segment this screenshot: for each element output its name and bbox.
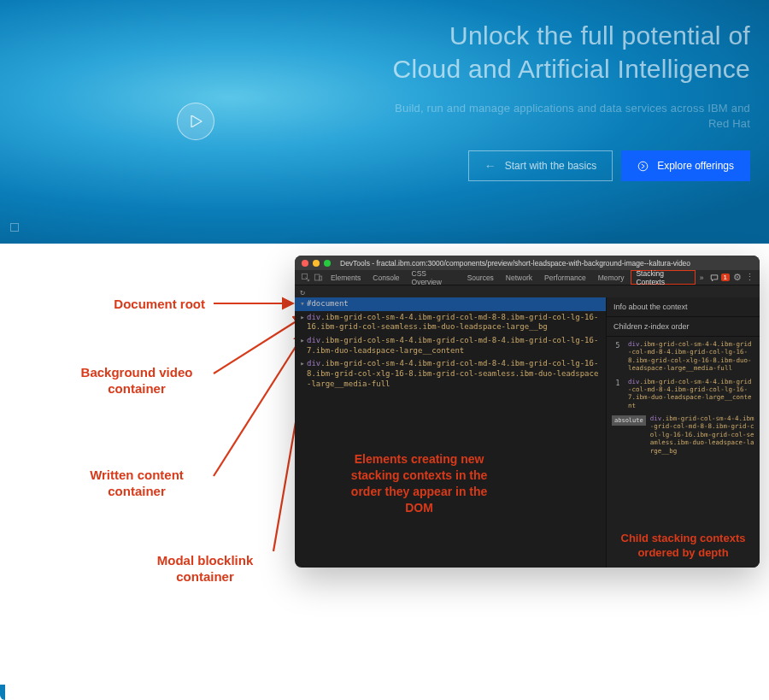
tree-node-label: div.ibm-grid-col-sm-4-4.ibm-grid-col-md-…: [307, 313, 602, 332]
children-title: Children z-index order: [607, 317, 760, 337]
tree-node-media[interactable]: ▸ div.ibm-grid-col-sm-4-4.ibm-grid-col-m…: [295, 357, 606, 391]
minimize-icon[interactable]: [313, 260, 320, 267]
svg-line-3: [214, 333, 304, 476]
tab-css-overview[interactable]: CSS Overview: [407, 270, 461, 285]
zindex-chip: absolute: [612, 415, 646, 426]
context-child[interactable]: absolute div.ibm-grid-col-sm-4-4.ibm-gri…: [612, 415, 754, 455]
hero-ctas: ← Start with the basics Explore offering…: [391, 150, 750, 181]
context-child-label: div.ibm-grid-col-sm-4-4.ibm-grid-col-md-…: [628, 340, 754, 373]
context-child-label: div.ibm-grid-col-sm-4-4.ibm-grid-col-md-…: [650, 415, 754, 455]
tab-memory[interactable]: Memory: [593, 270, 630, 285]
annotation-written-content: Written content container: [68, 468, 205, 500]
zindex-chip: 1: [612, 379, 624, 389]
devtools-title: DevTools - fractal.ibm.com:3000/componen…: [340, 259, 690, 268]
issues-button[interactable]: 1: [710, 274, 730, 282]
devtools-subtoolbar: ↻: [295, 285, 760, 297]
cta-start-basics[interactable]: ← Start with the basics: [468, 150, 613, 181]
tab-stacking-contexts[interactable]: Stacking Contexts: [631, 270, 695, 285]
play-button[interactable]: [177, 103, 214, 140]
devtools-body: ▾ #document ▸ div.ibm-grid-col-sm-4-4.ib…: [295, 297, 760, 568]
hero-leadspace: Unlock the full potential of Cloud and A…: [0, 0, 769, 244]
kebab-icon[interactable]: ⋮: [745, 272, 754, 283]
chevron-down-icon[interactable]: ▾: [298, 299, 307, 309]
corner-mark-icon: [10, 223, 19, 232]
svg-rect-6: [314, 274, 320, 280]
zindex-chip: 5: [612, 341, 624, 351]
annotated-area: Document root Background video container…: [0, 244, 769, 700]
play-icon: [191, 115, 203, 127]
chevron-right-icon[interactable]: ▸: [298, 359, 307, 369]
tabs-overflow[interactable]: »: [697, 270, 707, 285]
tab-performance[interactable]: Performance: [539, 270, 591, 285]
annotation-modal-blocklink: Modal blocklink container: [137, 553, 273, 585]
issues-count: 1: [721, 274, 730, 281]
stacking-tree-pane: ▾ #document ▸ div.ibm-grid-col-sm-4-4.ib…: [295, 297, 606, 568]
close-icon[interactable]: [302, 260, 308, 267]
document-label: #document: [307, 299, 349, 309]
devtools-titlebar: DevTools - fractal.ibm.com:3000/componen…: [295, 256, 760, 270]
inspect-icon[interactable]: [300, 272, 311, 284]
tab-elements[interactable]: Elements: [326, 270, 366, 285]
svg-rect-7: [320, 276, 322, 280]
svg-point-0: [638, 162, 648, 171]
context-info-pane: Info about the context Children z-index …: [606, 297, 760, 568]
chevron-right-icon[interactable]: ▸: [298, 313, 307, 323]
cta-primary-label: Explore offerings: [657, 160, 734, 172]
device-icon[interactable]: [313, 272, 324, 284]
annotation-bg-video: Background video container: [68, 365, 205, 397]
chevron-right-icon[interactable]: ▸: [298, 336, 307, 346]
chat-icon: [710, 274, 719, 282]
context-child[interactable]: 5 div.ibm-grid-col-sm-4-4.ibm-grid-col-m…: [612, 340, 754, 373]
devtools-tabbar: Elements Console CSS Overview Sources Ne…: [295, 270, 760, 285]
context-child-label: div.ibm-grid-col-sm-4-4.ibm-grid-col-md-…: [628, 378, 754, 410]
tree-node-bg[interactable]: ▸ div.ibm-grid-col-sm-4-4.ibm-grid-col-m…: [295, 311, 606, 334]
cta-explore-offerings[interactable]: Explore offerings: [621, 150, 750, 181]
tree-node-content[interactable]: ▸ div.ibm-grid-col-sm-4-4.ibm-grid-col-m…: [295, 334, 606, 357]
tree-node-label: div.ibm-grid-col-sm-4-4.ibm-grid-col-md-…: [307, 336, 602, 356]
devtools-window: DevTools - fractal.ibm.com:3000/componen…: [295, 256, 760, 568]
children-list: 5 div.ibm-grid-col-sm-4-4.ibm-grid-col-m…: [607, 337, 760, 458]
zoom-icon[interactable]: [324, 260, 331, 267]
circle-arrow-icon: [637, 161, 649, 172]
right-caption: Child stacking contexts ordered by depth: [607, 525, 760, 568]
tree-document-root[interactable]: ▾ #document: [295, 297, 606, 311]
tab-console[interactable]: Console: [367, 270, 404, 285]
settings-icon[interactable]: ⚙: [733, 272, 742, 283]
tab-sources[interactable]: Sources: [462, 270, 499, 285]
hero-subtitle: Build, run and manage applications and d…: [391, 101, 750, 132]
hero-copy: Unlock the full potential of Cloud and A…: [391, 19, 750, 181]
refresh-icon[interactable]: ↻: [300, 287, 305, 297]
info-title: Info about the context: [607, 297, 760, 317]
annotation-document-root: Document root: [114, 297, 205, 313]
tab-network[interactable]: Network: [501, 270, 537, 285]
left-caption: Elements creating new stacking contexts …: [342, 451, 497, 516]
tree-node-label: div.ibm-grid-col-sm-4-4.ibm-grid-col-md-…: [307, 359, 602, 389]
hero-title: Unlock the full potential of Cloud and A…: [391, 19, 750, 85]
svg-line-2: [214, 316, 304, 374]
arrow-left-icon: ←: [484, 159, 496, 173]
cta-secondary-label: Start with the basics: [505, 160, 596, 172]
context-child[interactable]: 1 div.ibm-grid-col-sm-4-4.ibm-grid-col-m…: [612, 378, 754, 410]
